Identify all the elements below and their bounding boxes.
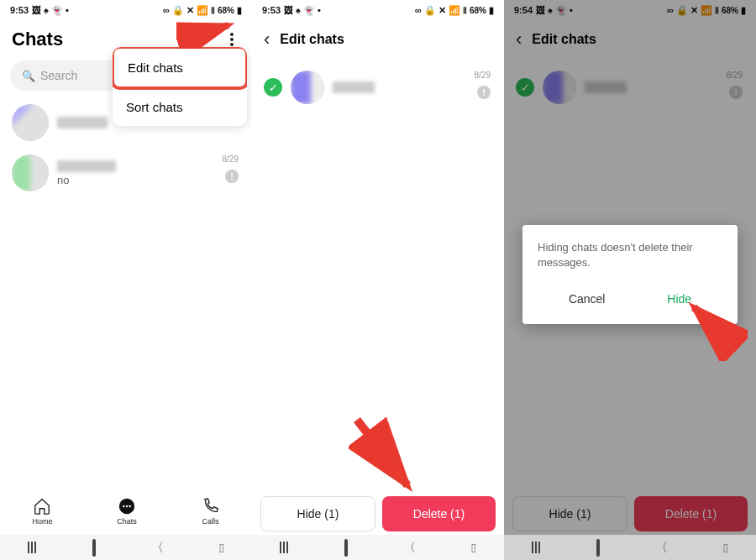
page-title: Edit chats xyxy=(280,32,344,47)
checkmark-icon[interactable]: ✓ xyxy=(264,78,282,97)
accessibility-button[interactable]: 𖠋 xyxy=(219,541,223,555)
chat-name-redacted xyxy=(57,160,116,172)
screenshot-panel-3: 9:54 🖼 ♠ 👻 • ∞ 🔒 ✕ 📶 ⫴ 68% ▮ ‹ Edit chat… xyxy=(504,0,756,560)
chat-preview: no xyxy=(57,174,240,186)
avatar xyxy=(291,71,324,104)
battery-pct: 68% xyxy=(218,6,234,15)
chat-alert-badge: ! xyxy=(477,86,491,99)
edit-header: ‹ Edit chats xyxy=(252,20,504,59)
nav-label: Home xyxy=(32,517,52,526)
page-title: Chats xyxy=(12,29,63,50)
battery-icon: ▮ xyxy=(237,6,242,15)
options-dropdown: Edit chats Sort chats xyxy=(113,47,247,126)
hide-confirm-dialog: Hiding chats doesn't delete their messag… xyxy=(522,225,738,324)
chat-alert-badge: ! xyxy=(225,170,239,183)
screenshot-panel-1: 9:53 🖼 ♠ 👻 • ∞ 🔒 ✕ 📶 ⫴ 68% ▮ Chats 🔍 Sea… xyxy=(0,0,252,560)
chat-date: 8/29 xyxy=(475,71,491,80)
status-time: 9:53 xyxy=(262,5,281,15)
svg-line-5 xyxy=(357,420,407,485)
status-time: 9:53 xyxy=(10,5,29,15)
status-bar: 9:53 🖼 ♠ 👻 • ∞ 🔒 ✕ 📶 ⫴ 68% ▮ xyxy=(252,0,504,20)
nav-calls[interactable]: Calls xyxy=(202,497,220,526)
svg-point-3 xyxy=(126,505,128,507)
accessibility-button[interactable]: 𖠋 xyxy=(471,541,475,555)
recents-button[interactable] xyxy=(532,542,540,553)
nav-label: Calls xyxy=(202,517,219,526)
chat-row-selected[interactable]: ✓ 8/29 ! xyxy=(252,64,504,111)
hide-confirm-button[interactable]: Hide xyxy=(654,285,705,312)
avatar xyxy=(12,154,49,191)
recents-button[interactable] xyxy=(280,542,288,553)
status-left-icons: 🖼 ♠ 👻 • xyxy=(284,6,321,15)
accessibility-button[interactable]: 𖠋 xyxy=(723,541,727,555)
status-right-icons: ∞ 🔒 ✕ 📶 ⫴ xyxy=(415,6,467,15)
recents-button[interactable] xyxy=(28,542,36,553)
hide-button[interactable]: Hide (1) xyxy=(260,496,375,531)
more-menu-button[interactable] xyxy=(223,31,240,48)
battery-pct: 68% xyxy=(470,6,486,15)
back-chevron-icon[interactable]: ‹ xyxy=(264,30,270,49)
delete-button[interactable]: Delete (1) xyxy=(382,496,496,531)
bottom-nav: Home Chats Calls xyxy=(0,488,252,535)
status-right-icons: ∞ 🔒 ✕ 📶 ⫴ xyxy=(163,6,215,15)
nav-home[interactable]: Home xyxy=(32,497,52,526)
home-button[interactable] xyxy=(596,541,600,555)
back-button[interactable]: 〈 xyxy=(403,540,416,556)
annotation-arrow xyxy=(349,411,424,504)
system-nav-bar: 〈 𖠋 xyxy=(252,535,504,560)
nav-label: Chats xyxy=(117,517,137,526)
search-placeholder: Search xyxy=(40,69,77,82)
menu-edit-chats[interactable]: Edit chats xyxy=(113,47,247,90)
status-left-icons: 🖼 ♠ 👻 • xyxy=(32,6,69,15)
svg-point-2 xyxy=(123,505,124,507)
phone-icon xyxy=(202,497,220,516)
system-nav-bar: 〈 𖠋 xyxy=(504,535,756,560)
chat-row[interactable]: no 8/29 ! xyxy=(0,148,252,198)
back-button[interactable]: 〈 xyxy=(655,540,668,556)
system-nav-bar: 〈 𖠋 xyxy=(0,535,252,560)
chat-name-redacted xyxy=(333,81,375,93)
home-button[interactable] xyxy=(344,541,348,555)
home-icon xyxy=(33,497,51,516)
search-icon: 🔍 xyxy=(22,70,35,82)
dialog-message: Hiding chats doesn't delete their messag… xyxy=(538,240,722,270)
nav-chats[interactable]: Chats xyxy=(117,497,137,526)
cancel-button[interactable]: Cancel xyxy=(555,285,619,312)
status-bar: 9:53 🖼 ♠ 👻 • ∞ 🔒 ✕ 📶 ⫴ 68% ▮ xyxy=(0,0,252,20)
chat-name-redacted xyxy=(57,117,108,128)
action-bar: Hide (1) Delete (1) xyxy=(252,493,504,535)
menu-sort-chats[interactable]: Sort chats xyxy=(113,88,247,126)
screenshot-panel-2: 9:53 🖼 ♠ 👻 • ∞ 🔒 ✕ 📶 ⫴ 68% ▮ ‹ Edit chat… xyxy=(252,0,504,560)
battery-icon: ▮ xyxy=(489,6,494,15)
svg-point-4 xyxy=(129,505,130,507)
avatar xyxy=(12,104,49,141)
chat-date: 8/29 xyxy=(223,154,239,164)
chat-icon xyxy=(118,497,136,516)
home-button[interactable] xyxy=(92,541,96,555)
back-button[interactable]: 〈 xyxy=(151,540,164,556)
